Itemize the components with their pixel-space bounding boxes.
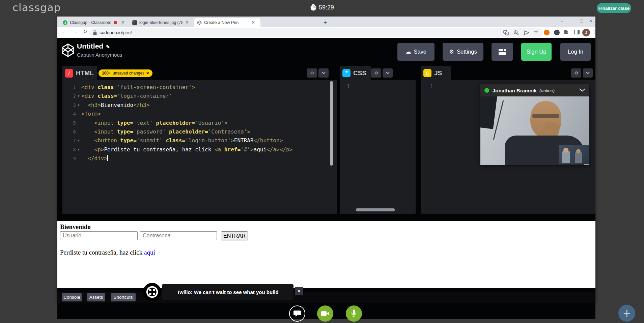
chat-button[interactable]: [289, 305, 305, 322]
login-button[interactable]: Log In: [560, 43, 591, 61]
extension-avatar-icon[interactable]: [544, 30, 550, 35]
video-feed: [480, 96, 589, 165]
camera-icon: [321, 311, 329, 316]
css-icon: *: [342, 69, 351, 77]
mic-button[interactable]: [346, 305, 362, 322]
timer-value: 59:29: [319, 4, 334, 11]
browser-toolbar: ← → ↻ codepen.io/pen/ ☆: [57, 27, 595, 38]
tab-close-icon[interactable]: ✕: [185, 20, 189, 25]
preview-forgot-link[interactable]: aqui: [144, 249, 155, 256]
classgap-logo: classgap: [12, 1, 61, 13]
console-bar: Console Assets Shortcuts: [57, 292, 595, 303]
code-line[interactable]: 8▾ <p>Perdiste tu contraseña, haz click …: [62, 145, 337, 154]
video-call-header: Jonathan Bramnik (online): [480, 84, 589, 96]
shortcuts-button[interactable]: Shortcuts: [111, 293, 136, 301]
tab-close-icon[interactable]: ✕: [251, 20, 255, 25]
new-tab-button[interactable]: +: [321, 19, 329, 27]
tab-separator: [129, 20, 129, 25]
tab-create-new-pen[interactable]: Create a New Pen ✕: [194, 18, 260, 27]
js-panel-tab[interactable]: () JS: [421, 66, 451, 80]
url-text: codepen.io/pen/: [100, 30, 132, 35]
end-class-button[interactable]: Finalizar clase: [597, 3, 631, 13]
tab-classgap-classroom[interactable]: 3 Classgap - Classroom ✕: [60, 18, 128, 27]
css-editor-hscrollbar[interactable]: [356, 208, 395, 211]
send-icon[interactable]: [524, 30, 529, 35]
profile-avatar[interactable]: J: [582, 29, 590, 36]
assets-button[interactable]: Assets: [87, 293, 105, 301]
pip-person: [575, 152, 582, 163]
css-panel-tab[interactable]: * CSS: [340, 66, 371, 80]
bookmark-star-icon[interactable]: ☆: [534, 29, 538, 35]
window-minimize-icon[interactable]: —: [570, 19, 574, 23]
edit-pencil-icon[interactable]: ✎: [106, 44, 110, 50]
code-line[interactable]: 4<form>: [62, 110, 337, 118]
code-line[interactable]: 9 </div>: [62, 154, 337, 163]
js-panel-gear-button[interactable]: ⚙: [571, 68, 581, 78]
preview-username-input[interactable]: [60, 231, 138, 240]
video-call-overlay[interactable]: Jonathan Bramnik (online): [480, 84, 589, 165]
picture-in-picture-video[interactable]: [559, 145, 589, 164]
lock-icon: [93, 30, 97, 35]
code-line[interactable]: 1<div class='full-screen-container'>: [62, 83, 337, 92]
collapse-chevron-icon[interactable]: [579, 88, 585, 92]
code-line[interactable]: 6 <input type='password' placeholder='Co…: [62, 127, 337, 136]
html-panel-dropdown-button[interactable]: [318, 68, 329, 78]
camera-button[interactable]: [317, 305, 333, 322]
forward-icon[interactable]: →: [72, 29, 78, 35]
unsaved-changes-badge[interactable]: 100+unsaved changes ✕: [99, 69, 152, 77]
console-button[interactable]: Console: [62, 293, 82, 301]
browser-tabstrip: 3 Classgap - Classroom ✕ login-blue-tone…: [57, 17, 595, 27]
preview-forgot-text: Perdiste tu contraseña, haz click aqui: [60, 249, 155, 256]
tab-title: Classgap - Classroom: [70, 20, 111, 25]
preview-password-input[interactable]: [140, 231, 217, 240]
cloud-icon: ☁: [405, 49, 411, 55]
html-panel-tab[interactable]: / HTML: [62, 66, 97, 80]
zoom-icon[interactable]: [513, 30, 519, 35]
sidebar-icon[interactable]: [574, 30, 580, 34]
css-panel-label: CSS: [353, 69, 366, 77]
js-icon: (): [423, 69, 431, 77]
preview-submit-button[interactable]: ENTRAR: [221, 231, 248, 240]
code-line[interactable]: 7▾ <button type='submit' class='login-bu…: [62, 136, 337, 145]
html-editor[interactable]: 1<div class='full-screen-container'>2▾<d…: [62, 80, 337, 214]
layout-grid-icon: [499, 49, 506, 55]
js-panel-dropdown-button[interactable]: [583, 68, 593, 78]
code-line[interactable]: 3▾ <h3>Bienvenido</h3>: [62, 101, 337, 110]
tab-title: Create a New Pen: [204, 20, 249, 25]
html-panel-gear-button[interactable]: ⚙: [307, 68, 317, 78]
preview-pane: Bienvenido ENTRAR Perdiste tu contraseña…: [57, 221, 595, 288]
html-editor-scrollbar[interactable]: [330, 81, 333, 166]
css-panel-gear-button[interactable]: ⚙: [371, 68, 381, 78]
badge-close-icon[interactable]: ✕: [146, 71, 149, 76]
window-maximize-icon[interactable]: ▢: [580, 19, 583, 23]
extension-dark-icon[interactable]: [554, 30, 560, 35]
save-button[interactable]: ☁Save: [397, 43, 435, 61]
twilio-logo: [143, 283, 161, 301]
tab-close-icon[interactable]: ✕: [121, 20, 125, 25]
url-bar[interactable]: codepen.io/pen/ ☆: [89, 28, 543, 37]
extensions-puzzle-icon[interactable]: [563, 29, 569, 35]
signup-button[interactable]: Sign Up: [521, 43, 552, 61]
codepen-page: Untitled✎ Captain Anonymous ☁Save ⚙Setti…: [57, 38, 595, 319]
window-close-icon[interactable]: ✕: [589, 19, 592, 23]
tab-login-image[interactable]: login-blue-tones.jpg (788 ✕: [130, 18, 193, 27]
add-button[interactable]: +: [618, 305, 635, 322]
chevron-down-icon: [322, 72, 326, 74]
code-line[interactable]: 5 <input type='text' placeholder='Usuari…: [62, 119, 337, 127]
back-icon[interactable]: ←: [61, 29, 67, 35]
pen-title: Untitled✎: [77, 42, 110, 50]
preview-heading: Bienvenido: [60, 223, 91, 231]
translate-icon[interactable]: [503, 30, 509, 35]
reload-icon[interactable]: ↻: [83, 29, 87, 35]
toast-close-button[interactable]: ✕: [295, 287, 303, 295]
css-editor[interactable]: 1: [340, 80, 416, 214]
code-line[interactable]: 2▾<div class='login-container': [62, 92, 337, 100]
classgap-favicon: 3: [63, 20, 67, 25]
html-icon: /: [65, 69, 73, 78]
menu-dots-icon[interactable]: ⋮: [592, 29, 597, 35]
layout-button[interactable]: [492, 43, 513, 61]
window-pin-icon[interactable]: ⌄: [560, 19, 563, 23]
settings-button[interactable]: ⚙Settings: [443, 43, 483, 61]
css-panel-dropdown-button[interactable]: [383, 68, 393, 78]
stopwatch-icon: [310, 4, 316, 11]
